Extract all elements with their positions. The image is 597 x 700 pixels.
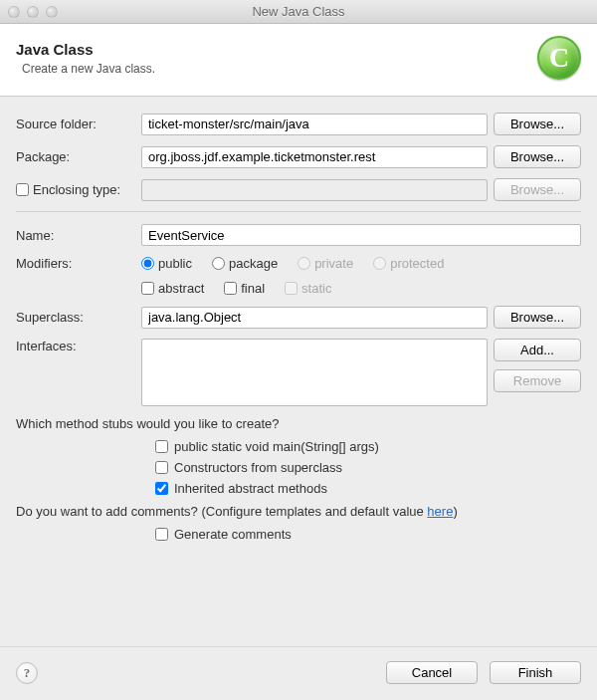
class-icon: C (537, 36, 581, 80)
interfaces-label: Interfaces: (16, 339, 135, 353)
banner-heading: Java Class (16, 41, 155, 58)
enclosing-type-label: Enclosing type: (33, 182, 120, 197)
browse-enclosing-type-button: Browse... (494, 178, 581, 201)
modifier-final-label: final (241, 281, 265, 296)
modifier-protected-radio (373, 257, 386, 270)
source-folder-label: Source folder: (16, 117, 135, 131)
interfaces-listbox[interactable] (141, 339, 488, 406)
configure-templates-link[interactable]: here (427, 504, 453, 519)
modifier-final-checkbox[interactable] (224, 282, 237, 295)
modifier-abstract-label: abstract (158, 281, 204, 296)
help-icon[interactable]: ? (16, 662, 38, 684)
method-stubs-question: Which method stubs would you like to cre… (16, 416, 581, 431)
modifier-static-label: static (301, 281, 331, 296)
name-label: Name: (16, 228, 135, 243)
banner-subheading: Create a new Java class. (16, 62, 155, 76)
window-title: New Java Class (8, 4, 589, 19)
cancel-button[interactable]: Cancel (386, 661, 478, 684)
add-interface-button[interactable]: Add... (494, 339, 581, 361)
enclosing-type-checkbox[interactable] (16, 183, 29, 196)
source-folder-input[interactable] (141, 114, 488, 135)
finish-button[interactable]: Finish (490, 661, 581, 684)
stub-constructors-label: Constructors from superclass (174, 460, 342, 475)
modifier-static-checkbox (285, 282, 298, 295)
enclosing-type-input (141, 179, 488, 201)
window-minimize-button[interactable] (27, 6, 39, 18)
modifier-package-label: package (229, 256, 278, 271)
browse-source-folder-button[interactable]: Browse... (494, 113, 581, 135)
generate-comments-label: Generate comments (174, 527, 292, 542)
stub-inherited-checkbox[interactable] (155, 482, 168, 495)
browse-superclass-button[interactable]: Browse... (494, 306, 581, 329)
stub-constructors-checkbox[interactable] (155, 461, 168, 474)
modifier-private-radio (298, 257, 310, 270)
comments-question: Do you want to add comments? (Configure … (16, 504, 581, 519)
stub-main-label: public static void main(String[] args) (174, 439, 379, 454)
stub-inherited-label: Inherited abstract methods (174, 481, 327, 496)
generate-comments-checkbox[interactable] (155, 528, 168, 541)
modifiers-label: Modifiers: (16, 256, 135, 271)
modifier-public-label: public (158, 256, 192, 271)
package-label: Package: (16, 149, 135, 164)
modifier-package-radio[interactable] (212, 257, 225, 270)
modifier-private-label: private (314, 256, 353, 271)
modifier-abstract-checkbox[interactable] (141, 282, 154, 295)
modifier-protected-label: protected (390, 256, 444, 271)
window-zoom-button[interactable] (46, 6, 58, 18)
package-input[interactable] (141, 146, 488, 168)
superclass-label: Superclass: (16, 310, 135, 325)
window-close-button[interactable] (8, 6, 20, 18)
superclass-input[interactable] (141, 307, 488, 329)
stub-main-checkbox[interactable] (155, 440, 168, 453)
modifier-public-radio[interactable] (141, 257, 154, 270)
remove-interface-button: Remove (494, 369, 581, 392)
browse-package-button[interactable]: Browse... (494, 145, 581, 168)
name-input[interactable] (141, 224, 581, 246)
